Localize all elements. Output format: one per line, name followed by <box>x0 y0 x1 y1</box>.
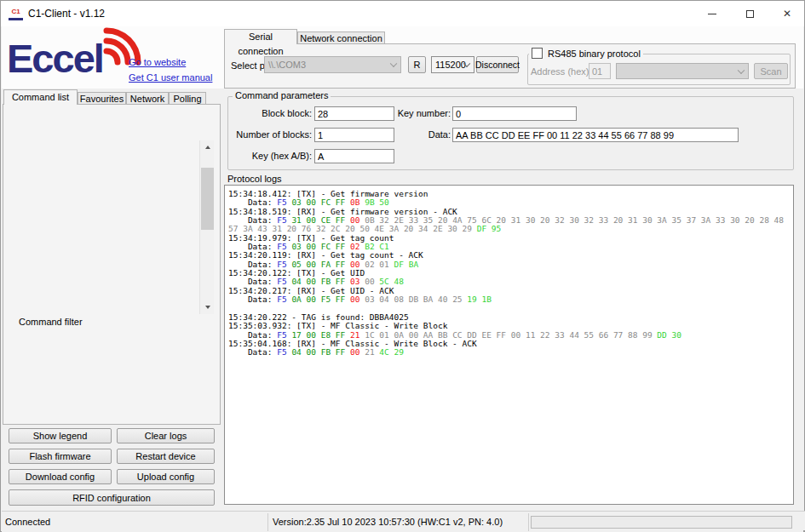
website-link[interactable]: Go to website <box>129 57 186 67</box>
app-window: C1 C1-Client - v1.12 ✕ Eccel Go to websi… <box>0 0 805 532</box>
maximize-button[interactable] <box>731 1 768 26</box>
flash-firmware-button[interactable]: Flash firmware <box>9 449 112 464</box>
tab-polling[interactable]: Polling <box>169 92 206 105</box>
number-of-blocks-label: Number of blocks: <box>227 128 312 142</box>
protocol-logs-label: Protocol logs <box>227 174 282 184</box>
baudrate-combobox[interactable]: 115200 <box>431 56 474 73</box>
scroll-down-button[interactable] <box>200 300 215 314</box>
tab-serial-connection[interactable]: Serial connection <box>224 29 297 44</box>
command-parameters-title: Command parameters <box>233 90 331 100</box>
tab-network[interactable]: Network <box>126 92 169 105</box>
minimize-icon <box>708 14 716 14</box>
address-field[interactable] <box>589 63 611 79</box>
key-number-field[interactable] <box>452 106 577 121</box>
download-config-button[interactable]: Download config <box>9 469 112 484</box>
data-label: Data: <box>342 128 451 142</box>
close-icon: ✕ <box>783 9 791 19</box>
resize-grip-icon[interactable] <box>800 527 802 529</box>
port-combobox[interactable]: \\.\COM3 <box>264 56 401 73</box>
command-filter-title: Command filter <box>16 317 85 327</box>
statusbar-separator <box>528 513 529 531</box>
tab-network-connection[interactable]: Network connection <box>297 31 385 44</box>
rs485-label: RS485 binary protocol <box>548 49 641 59</box>
app-icon: C1 <box>9 7 23 20</box>
maximize-icon <box>746 10 754 18</box>
firmware-version-text: Version:2.35 Jul 10 2023 10:57:30 (HW:C1… <box>273 512 503 532</box>
command-list-pane <box>3 104 221 425</box>
rs485-checkbox[interactable] <box>532 48 543 59</box>
tab-command-list[interactable]: Command list <box>3 89 78 105</box>
disconnect-button[interactable]: Disconnect <box>476 56 519 73</box>
address-hex-label: Address (hex): <box>531 66 592 77</box>
block-number-label: Block block: <box>227 106 312 121</box>
key-hex-field[interactable] <box>314 149 394 163</box>
eccel-logo: Eccel <box>7 35 103 82</box>
status-bar: Connected Version:2.35 Jul 10 2023 10:57… <box>2 511 805 532</box>
tab-favourites[interactable]: Favourites <box>78 92 126 105</box>
rs485-device-combobox[interactable] <box>616 63 749 79</box>
rfid-configuration-button[interactable]: RFID configuration <box>9 489 215 506</box>
window-title: C1-Client - v1.12 <box>28 1 105 26</box>
data-field[interactable] <box>452 128 739 142</box>
log-content[interactable]: 15:34:18.412: [TX] - Get firmware versio… <box>224 185 794 505</box>
close-button[interactable]: ✕ <box>768 1 805 26</box>
minimize-button[interactable] <box>693 1 731 26</box>
port-value: \\.\COM3 <box>268 60 306 70</box>
refresh-ports-button[interactable]: R <box>408 56 426 73</box>
baudrate-value: 115200 <box>435 60 466 70</box>
key-number-label: Key number: <box>342 106 451 121</box>
arrow-up-icon <box>205 146 210 149</box>
clear-logs-button[interactable]: Clear logs <box>117 428 215 443</box>
statusbar-separator <box>267 513 268 531</box>
user-manual-link[interactable]: Get C1 user manual <box>129 72 212 83</box>
chevron-down-icon <box>390 60 397 67</box>
connection-status: Connected <box>5 512 50 532</box>
log-line: Data: F5 0A 00 F5 FF 00 03 04 08 DB BA 4… <box>228 295 793 304</box>
restart-device-button[interactable]: Restart device <box>117 449 215 464</box>
upload-config-button[interactable]: Upload config <box>117 469 215 484</box>
log-line: Data: F5 04 00 FB FF 00 21 4C 29 <box>228 348 793 357</box>
progress-bar <box>531 516 792 529</box>
rs485-checkbox-row: RS485 binary protocol <box>529 48 643 59</box>
scan-button[interactable]: Scan <box>754 63 788 79</box>
arrow-down-icon <box>205 306 210 309</box>
scrollbar-thumb[interactable] <box>201 168 214 230</box>
chevron-down-icon <box>738 66 745 73</box>
show-legend-button[interactable]: Show legend <box>9 428 112 443</box>
command-list-scrollbar[interactable] <box>199 140 214 314</box>
scroll-up-button[interactable] <box>200 140 215 154</box>
key-hex-label: Key (hex A/B): <box>227 149 312 163</box>
